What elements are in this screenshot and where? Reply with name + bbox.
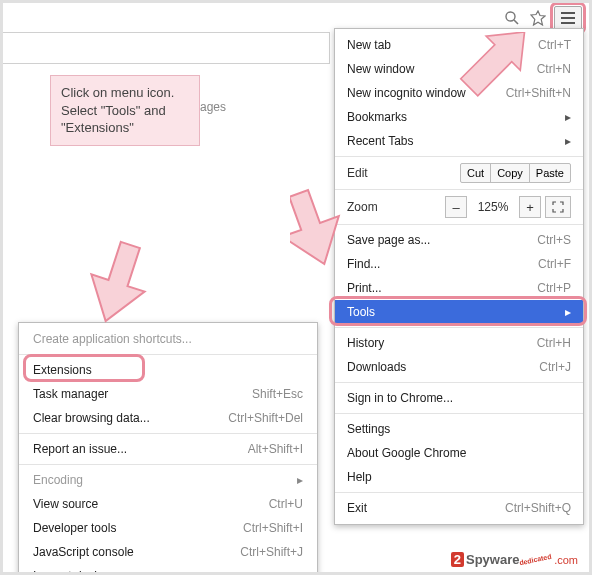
zoom-out-button[interactable]: – xyxy=(445,196,467,218)
background-text-fragment: ages xyxy=(200,100,226,114)
menu-downloads[interactable]: DownloadsCtrl+J xyxy=(335,355,583,379)
menu-about[interactable]: About Google Chrome xyxy=(335,441,583,465)
arrow-to-tools xyxy=(290,178,360,268)
zoom-in-button[interactable]: + xyxy=(519,196,541,218)
watermark-dedicated: dedicated xyxy=(519,553,552,567)
cut-button[interactable]: Cut xyxy=(460,163,491,183)
submenu-task-manager[interactable]: Task managerShift+Esc xyxy=(19,382,317,406)
edit-button-group: Cut Copy Paste xyxy=(460,163,571,183)
menu-edit-row: Edit Cut Copy Paste xyxy=(335,160,583,186)
tools-highlight-frame xyxy=(329,296,587,326)
menu-zoom-row: Zoom – 125% + xyxy=(335,193,583,221)
arrow-to-menu-icon xyxy=(448,32,538,102)
zoom-value: 125% xyxy=(471,200,515,214)
menu-separator xyxy=(335,382,583,383)
watermark-name: Spyware xyxy=(466,552,519,567)
submenu-encoding[interactable]: Encoding xyxy=(19,468,317,492)
tools-submenu: Create application shortcuts... Extensio… xyxy=(18,322,318,575)
menu-separator xyxy=(19,464,317,465)
menu-save-page[interactable]: Save page as...Ctrl+S xyxy=(335,228,583,252)
svg-line-1 xyxy=(514,20,518,24)
menu-bookmarks[interactable]: Bookmarks xyxy=(335,105,583,129)
submenu-view-source[interactable]: View sourceCtrl+U xyxy=(19,492,317,516)
menu-find[interactable]: Find...Ctrl+F xyxy=(335,252,583,276)
menu-help[interactable]: Help xyxy=(335,465,583,489)
menu-settings[interactable]: Settings xyxy=(335,417,583,441)
menu-signin[interactable]: Sign in to Chrome... xyxy=(335,386,583,410)
svg-point-0 xyxy=(506,12,515,21)
menu-exit[interactable]: ExitCtrl+Shift+Q xyxy=(335,496,583,520)
menu-recent-tabs[interactable]: Recent Tabs xyxy=(335,129,583,153)
menu-separator xyxy=(335,413,583,414)
menu-separator xyxy=(335,492,583,493)
main-menu: New tabCtrl+T New windowCtrl+N New incog… xyxy=(334,28,584,525)
menu-separator xyxy=(335,156,583,157)
copy-button[interactable]: Copy xyxy=(490,163,530,183)
menu-history[interactable]: HistoryCtrl+H xyxy=(335,331,583,355)
submenu-clear-data[interactable]: Clear browsing data...Ctrl+Shift+Del xyxy=(19,406,317,430)
submenu-inspect-devices[interactable]: Inspect devices xyxy=(19,564,317,575)
zoom-icon[interactable] xyxy=(502,8,522,28)
submenu-report-issue[interactable]: Report an issue...Alt+Shift+I xyxy=(19,437,317,461)
extensions-highlight-frame xyxy=(23,354,145,382)
menu-separator xyxy=(335,189,583,190)
paste-button[interactable]: Paste xyxy=(529,163,571,183)
submenu-js-console[interactable]: JavaScript consoleCtrl+Shift+J xyxy=(19,540,317,564)
instruction-callout: Click on menu icon. Select "Tools" and "… xyxy=(50,75,200,146)
menu-separator xyxy=(335,224,583,225)
menu-separator xyxy=(335,327,583,328)
star-icon[interactable] xyxy=(528,8,548,28)
menu-separator xyxy=(19,433,317,434)
watermark-com: .com xyxy=(554,554,578,566)
arrow-to-extensions xyxy=(88,238,158,328)
submenu-dev-tools[interactable]: Developer toolsCtrl+Shift+I xyxy=(19,516,317,540)
watermark-badge: 2 xyxy=(451,552,464,567)
submenu-create-shortcuts[interactable]: Create application shortcuts... xyxy=(19,327,317,351)
watermark: 2 Spyware dedicated .com xyxy=(451,552,578,567)
tab-bar-fragment xyxy=(0,32,330,64)
fullscreen-button[interactable] xyxy=(545,196,571,218)
